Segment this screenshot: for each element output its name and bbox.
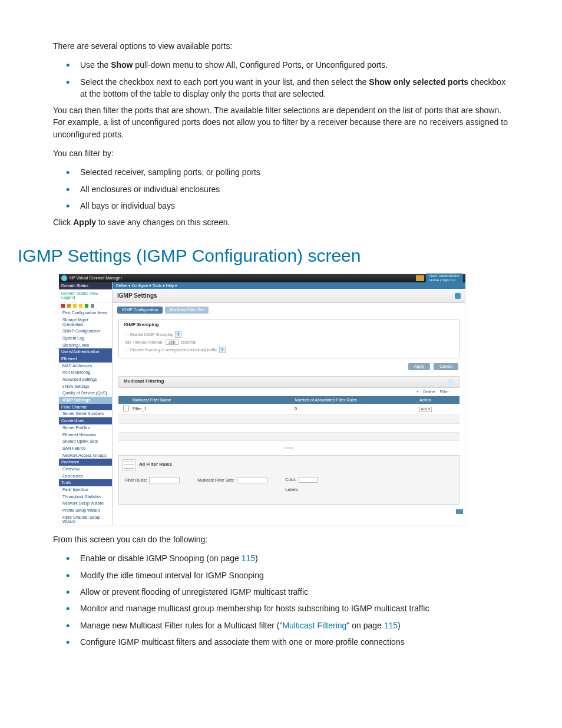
main-pane: Define ▾ Configure ▾ Tools ▾ Help ▾ IGMP… bbox=[113, 282, 465, 525]
table-row bbox=[118, 415, 459, 424]
sidebar-item[interactable]: Stacking Links bbox=[59, 342, 112, 349]
sidebar-item[interactable]: Port Monitoring bbox=[59, 369, 112, 376]
sidebar-fibre: Fibre Channel bbox=[59, 404, 112, 411]
sidebar-item[interactable]: sFlow Settings bbox=[59, 383, 112, 390]
all-filter-rules-panel: All Filter Rules Filter Rules: Multicast… bbox=[118, 455, 459, 505]
sidebar-item[interactable]: Throughput Statistics bbox=[59, 493, 112, 500]
sidebar-first-config: First Configuration Items bbox=[59, 309, 112, 317]
cancel-button[interactable]: Cancel bbox=[434, 363, 458, 370]
filter-bullets: Selected receiver, sampling ports, or po… bbox=[53, 166, 509, 212]
igmp-snooping-panel: IGMP Snooping Enable IGMP Snooping? Idle… bbox=[118, 319, 459, 358]
intro-paragraph-1: There are several options to view availa… bbox=[53, 40, 509, 52]
major-icon bbox=[67, 304, 71, 308]
intro-paragraph-2: You can then filter the ports that are s… bbox=[53, 104, 509, 140]
sidebar-item[interactable]: MAC Addresses bbox=[59, 363, 112, 370]
sidebar-item[interactable]: Quality of Service (QoS) bbox=[59, 390, 112, 397]
user-info: User: AdministratorHome | Sign Out bbox=[426, 274, 463, 282]
enable-snooping-checkbox[interactable] bbox=[125, 332, 130, 337]
intro-paragraph-3: You can filter by: bbox=[53, 147, 509, 159]
color-select[interactable] bbox=[299, 477, 318, 483]
sidebar-item[interactable]: Storage Mgmt Credentials bbox=[59, 317, 112, 328]
mf-table-header: Multicast Filter Name Number of Associat… bbox=[118, 396, 459, 404]
warning-icon bbox=[79, 304, 82, 308]
list-item: Select the checkbox next to each port yo… bbox=[77, 76, 509, 100]
table-row bbox=[118, 424, 459, 433]
sidebar-ethernet: Ethernet bbox=[59, 355, 112, 363]
info-icon[interactable]: ? bbox=[219, 347, 226, 353]
ok-icon bbox=[85, 304, 88, 308]
page-link[interactable]: Multicast Filtering bbox=[282, 621, 346, 630]
sidebar-item[interactable]: Shared Uplink Sets bbox=[59, 438, 112, 445]
splitter-handle[interactable]: ═══ bbox=[113, 444, 465, 452]
sidebar: Domain Status Domain Status View Legend … bbox=[59, 282, 113, 525]
filter-rules-label: Filter Rules: bbox=[125, 478, 147, 483]
list-item: Allow or prevent flooding of unregistere… bbox=[77, 586, 509, 598]
section-title: IGMP Settings (IGMP Configuration) scree… bbox=[18, 243, 509, 269]
filter-button[interactable]: Filter bbox=[439, 390, 449, 394]
from-screen-paragraph: From this screen you can do the followin… bbox=[53, 533, 509, 545]
sidebar-item[interactable]: SNMP Configuration bbox=[59, 328, 112, 335]
sidebar-item[interactable]: Overview bbox=[59, 466, 112, 473]
list-item: Use the Show pull-down menu to show All,… bbox=[77, 59, 509, 71]
row-checkbox[interactable] bbox=[123, 406, 129, 411]
mf-toolbar: + Delete Filter bbox=[118, 388, 459, 396]
help-icon[interactable] bbox=[455, 293, 461, 299]
sidebar-hardware: Hardware bbox=[59, 459, 112, 466]
idle-timeout-label: Idle Timeout Interval: bbox=[125, 340, 163, 344]
igmp-settings-screenshot: HP Virtual Connect Manager User: Adminis… bbox=[59, 274, 465, 525]
action-bullets: Enable or disable IGMP Snooping (on page… bbox=[53, 552, 509, 648]
list-item: Manage new Multicast Filter rules for a … bbox=[77, 620, 509, 631]
sidebar-connections: Connections bbox=[59, 417, 112, 424]
add-button[interactable]: + bbox=[416, 390, 418, 394]
tab-multicast-filter-set[interactable]: Multicast Filter Set bbox=[165, 307, 209, 314]
corner-flag-icon bbox=[456, 509, 463, 514]
sidebar-item[interactable]: SAN Fabrics bbox=[59, 445, 112, 452]
list-item: Enable or disable IGMP Snooping (on page… bbox=[77, 552, 509, 564]
list-item: Configure IGMP multicast filters and ass… bbox=[77, 636, 509, 648]
sidebar-domain-status-row[interactable]: Domain Status View Legend bbox=[59, 289, 112, 302]
minor-icon bbox=[73, 304, 77, 308]
unknown-icon bbox=[91, 304, 94, 308]
critical-icon bbox=[61, 304, 65, 308]
sidebar-item[interactable]: Network Access Groups bbox=[59, 452, 112, 459]
igmp-snooping-title: IGMP Snooping bbox=[119, 320, 459, 330]
intro-bullets-a: Use the Show pull-down menu to show All,… bbox=[53, 59, 509, 100]
sidebar-item[interactable]: Profile Setup Wizard bbox=[59, 507, 112, 514]
prevent-flooding-checkbox[interactable] bbox=[125, 348, 130, 352]
sidebar-item[interactable]: Ethernet Networks bbox=[59, 431, 112, 439]
sidebar-tools: Tools bbox=[59, 479, 112, 486]
sidebar-item[interactable]: Fibre Channel Setup Wizard bbox=[59, 514, 112, 525]
list-item: Monitor and manage multicast group membe… bbox=[77, 602, 509, 614]
sidebar-item[interactable]: Server Serial Numbers bbox=[59, 410, 112, 417]
sidebar-item-igmp[interactable]: IGMP Settings bbox=[59, 397, 112, 404]
sidebar-item[interactable]: System Log bbox=[59, 335, 112, 342]
apply-button[interactable]: Apply bbox=[408, 363, 431, 370]
collapse-icon[interactable] bbox=[448, 379, 454, 385]
list-item: All enclosures or individual enclosures bbox=[77, 183, 509, 195]
list-item: All bays or individual bays bbox=[77, 200, 509, 212]
table-row[interactable]: Filter_1 0 Edit ▾ bbox=[118, 404, 459, 415]
sidebar-item[interactable]: Fault Injection bbox=[59, 486, 112, 493]
click-apply-paragraph: Click Apply to save any changes on this … bbox=[53, 216, 509, 228]
sidebar-item[interactable]: Server Profiles bbox=[59, 424, 112, 431]
tabs: IGMP Configuration Multicast Filter Set bbox=[113, 303, 465, 317]
idle-timeout-input[interactable]: 260 bbox=[166, 340, 178, 345]
row-action-select[interactable]: Edit ▾ bbox=[419, 407, 432, 412]
multicast-filtering-title: Multicast Filtering bbox=[124, 379, 164, 385]
page-title: IGMP Settings bbox=[113, 289, 465, 303]
sidebar-item[interactable]: Advanced Settings bbox=[59, 376, 112, 383]
table-row bbox=[118, 433, 459, 442]
hp-logo-icon bbox=[61, 275, 67, 281]
menubar[interactable]: Define ▾ Configure ▾ Tools ▾ Help ▾ bbox=[113, 282, 465, 289]
sidebar-item[interactable]: Enclosures bbox=[59, 473, 112, 480]
info-icon[interactable]: ? bbox=[175, 331, 181, 338]
page-link[interactable]: 115 bbox=[384, 621, 398, 630]
grip-icon bbox=[123, 459, 135, 471]
sidebar-item[interactable]: Network Setup Wizard bbox=[59, 500, 112, 507]
app-titlebar: HP Virtual Connect Manager User: Adminis… bbox=[59, 274, 465, 282]
tab-igmp-config[interactable]: IGMP Configuration bbox=[117, 307, 163, 314]
delete-button[interactable]: Delete bbox=[423, 390, 435, 394]
alert-icon bbox=[416, 275, 424, 281]
page-link[interactable]: 115 bbox=[242, 554, 255, 563]
list-item: Modify the idle timeout interval for IGM… bbox=[77, 569, 509, 581]
